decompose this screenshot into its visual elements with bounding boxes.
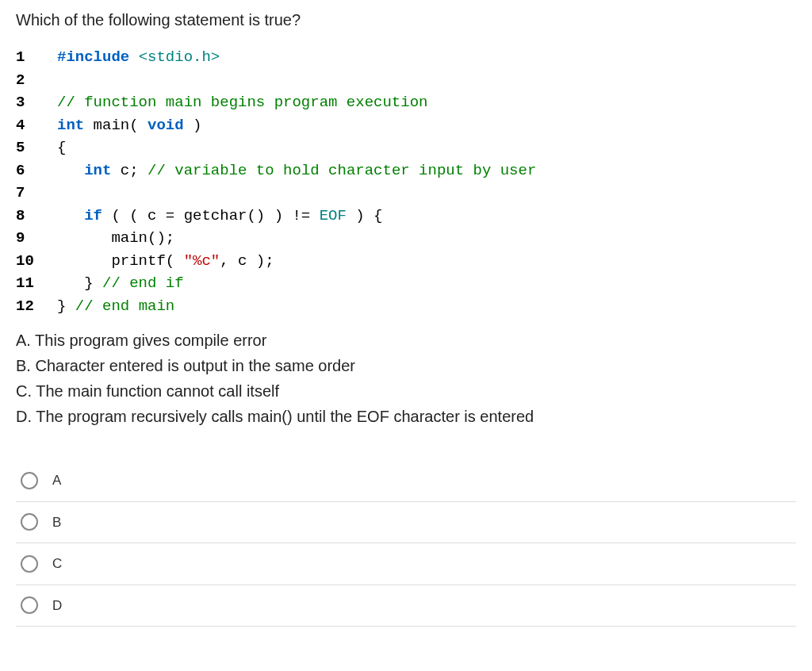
code-line: 2 bbox=[16, 69, 796, 92]
line-number: 3 bbox=[16, 91, 41, 114]
code-line: 6 int c; // variable to hold character i… bbox=[16, 159, 796, 182]
option-description: B. Character entered is output in the sa… bbox=[16, 354, 796, 378]
code-line: 8 if ( ( c = getchar() ) != EOF ) { bbox=[16, 205, 796, 228]
code-content: if ( ( c = getchar() ) != EOF ) { bbox=[57, 205, 383, 228]
question-text: Which of the following statement is true… bbox=[16, 8, 796, 32]
radio-icon[interactable] bbox=[21, 596, 38, 614]
radio-icon[interactable] bbox=[21, 472, 38, 489]
code-line: 5{ bbox=[16, 136, 796, 159]
answer-option-d[interactable]: D bbox=[16, 585, 796, 627]
code-line: 9 main(); bbox=[16, 227, 796, 250]
answer-label: B bbox=[52, 512, 61, 533]
option-description: A. This program gives compile error bbox=[16, 328, 796, 352]
line-number: 6 bbox=[16, 159, 41, 182]
code-content: // function main begins program executio… bbox=[57, 91, 427, 114]
option-description: C. The main function cannot call itself bbox=[16, 379, 796, 403]
code-content: #include <stdio.h> bbox=[57, 46, 220, 69]
answer-label: A bbox=[52, 470, 61, 491]
code-line: 1#include <stdio.h> bbox=[16, 46, 796, 69]
line-number: 11 bbox=[16, 272, 41, 295]
code-line: 4int main( void ) bbox=[16, 114, 796, 137]
answer-option-a[interactable]: A bbox=[16, 460, 796, 502]
line-number: 7 bbox=[16, 182, 41, 205]
code-line: 3// function main begins program executi… bbox=[16, 91, 796, 114]
answer-option-b[interactable]: B bbox=[16, 502, 796, 544]
code-block: 1#include <stdio.h>23// function main be… bbox=[16, 46, 796, 317]
line-number: 2 bbox=[16, 69, 41, 92]
code-line: 12} // end main bbox=[16, 295, 796, 318]
radio-icon[interactable] bbox=[21, 513, 38, 531]
line-number: 5 bbox=[16, 136, 41, 159]
code-line: 11 } // end if bbox=[16, 272, 796, 295]
line-number: 9 bbox=[16, 227, 41, 250]
code-content: printf( "%c", c ); bbox=[57, 250, 274, 273]
line-number: 8 bbox=[16, 205, 41, 228]
line-number: 1 bbox=[16, 46, 41, 69]
radio-icon[interactable] bbox=[21, 555, 38, 573]
code-content: int main( void ) bbox=[57, 114, 201, 137]
answer-option-c[interactable]: C bbox=[16, 543, 796, 585]
option-description: D. The program recursively calls main() … bbox=[16, 405, 796, 428]
answer-descriptions: A. This program gives compile errorB. Ch… bbox=[16, 328, 796, 428]
code-content: } // end if bbox=[57, 272, 184, 295]
code-content: } // end main bbox=[57, 295, 174, 318]
code-content: { bbox=[57, 136, 66, 159]
answer-label: D bbox=[52, 596, 62, 616]
answer-list: ABCD bbox=[16, 460, 796, 627]
code-line: 7 bbox=[16, 182, 796, 205]
line-number: 4 bbox=[16, 114, 41, 137]
line-number: 12 bbox=[16, 295, 41, 318]
line-number: 10 bbox=[16, 250, 41, 273]
code-line: 10 printf( "%c", c ); bbox=[16, 250, 796, 273]
code-content: main(); bbox=[57, 227, 174, 250]
code-content: int c; // variable to hold character inp… bbox=[57, 159, 536, 182]
answer-label: C bbox=[52, 554, 62, 574]
